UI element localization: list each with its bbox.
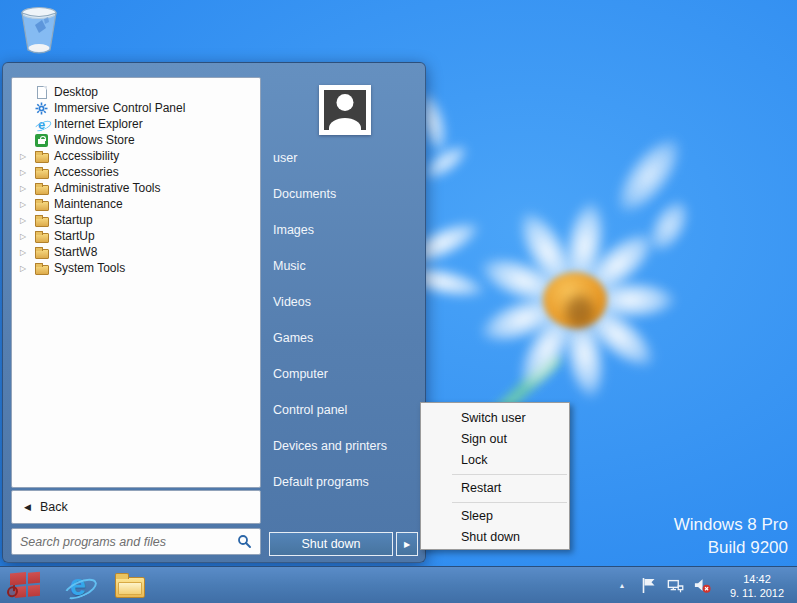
shut-down-button[interactable]: Shut down bbox=[269, 532, 393, 556]
watermark-edition: Windows 8 Pro bbox=[674, 513, 788, 536]
search-input[interactable] bbox=[20, 535, 237, 549]
menu-item-lock[interactable]: Lock bbox=[421, 450, 569, 471]
start-menu-item-startup[interactable]: ▷ Startup bbox=[12, 212, 260, 228]
expand-arrow-icon[interactable]: ▷ bbox=[20, 216, 34, 225]
start-menu-item-accessibility[interactable]: ▷ Accessibility bbox=[12, 148, 260, 164]
start-menu-item-administrative-tools[interactable]: ▷ Administrative Tools bbox=[12, 180, 260, 196]
desktop: Windows 8 Pro Build 9200 Desktop bbox=[0, 0, 797, 603]
start-menu-item-immersive-control-panel[interactable]: Immersive Control Panel bbox=[12, 100, 260, 116]
folder-icon bbox=[34, 213, 49, 227]
power-options-menu: Switch user Sign out Lock Restart Sleep … bbox=[420, 402, 570, 550]
start-menu-link-control-panel[interactable]: Control panel bbox=[273, 400, 347, 420]
start-menu-item-startup2[interactable]: ▷ StartUp bbox=[12, 228, 260, 244]
start-menu-link-music[interactable]: Music bbox=[273, 256, 306, 276]
start-menu-user-name[interactable]: user bbox=[273, 148, 297, 168]
start-menu-link-videos[interactable]: Videos bbox=[273, 292, 311, 312]
menu-separator bbox=[452, 502, 567, 503]
file-explorer-icon bbox=[115, 577, 145, 598]
start-menu: Desktop Immersive bbox=[2, 62, 426, 563]
user-avatar[interactable] bbox=[319, 85, 371, 135]
taskbar: e ▲ bbox=[0, 566, 797, 603]
store-icon bbox=[34, 133, 49, 147]
taskbar-file-explorer-button[interactable] bbox=[106, 567, 154, 603]
expand-arrow-icon[interactable]: ▷ bbox=[20, 232, 34, 241]
start-menu-item-windows-store[interactable]: Windows Store bbox=[12, 132, 260, 148]
back-button[interactable]: ◀ Back bbox=[11, 490, 261, 524]
start-menu-item-maintenance[interactable]: ▷ Maintenance bbox=[12, 196, 260, 212]
internet-explorer-icon: e bbox=[70, 572, 86, 599]
expand-arrow-icon[interactable]: ▷ bbox=[20, 168, 34, 177]
windows-logo-icon bbox=[10, 570, 42, 600]
document-icon bbox=[34, 85, 49, 99]
menu-item-restart[interactable]: Restart bbox=[421, 478, 569, 499]
volume-muted-icon[interactable] bbox=[694, 576, 712, 596]
folder-icon bbox=[34, 197, 49, 211]
folder-icon bbox=[34, 229, 49, 243]
watermark-build: Build 9200 bbox=[674, 536, 788, 559]
search-icon[interactable] bbox=[237, 534, 252, 549]
flower-center-shadow bbox=[566, 296, 594, 328]
ie-icon: e bbox=[34, 117, 49, 131]
recycle-bin-icon[interactable] bbox=[16, 4, 62, 58]
folder-icon bbox=[34, 181, 49, 195]
back-arrow-icon: ◀ bbox=[24, 502, 31, 512]
menu-item-sleep[interactable]: Sleep bbox=[421, 506, 569, 527]
menu-item-sign-out[interactable]: Sign out bbox=[421, 429, 569, 450]
menu-item-shut-down[interactable]: Shut down bbox=[421, 527, 569, 548]
action-center-flag-icon[interactable] bbox=[640, 576, 658, 596]
expand-arrow-icon[interactable]: ▷ bbox=[20, 184, 34, 193]
expand-arrow-icon[interactable]: ▷ bbox=[20, 200, 34, 209]
start-menu-link-documents[interactable]: Documents bbox=[273, 184, 336, 204]
gear-icon bbox=[34, 101, 49, 115]
start-menu-link-computer[interactable]: Computer bbox=[273, 364, 328, 384]
network-icon[interactable] bbox=[667, 576, 685, 596]
folder-icon bbox=[34, 261, 49, 275]
start-menu-link-images[interactable]: Images bbox=[273, 220, 314, 240]
show-hidden-icons-button[interactable]: ▲ bbox=[613, 576, 631, 596]
expand-arrow-icon[interactable]: ▷ bbox=[20, 248, 34, 257]
folder-icon bbox=[34, 149, 49, 163]
shutdown-arrow-icon: ▶ bbox=[404, 540, 410, 549]
programs-panel: Desktop Immersive bbox=[11, 77, 261, 488]
start-menu-item-internet-explorer[interactable]: e Internet Explorer bbox=[12, 116, 260, 132]
start-menu-item-system-tools[interactable]: ▷ System Tools bbox=[12, 260, 260, 276]
folder-icon bbox=[34, 245, 49, 259]
start-menu-link-games[interactable]: Games bbox=[273, 328, 313, 348]
start-menu-item-accessories[interactable]: ▷ Accessories bbox=[12, 164, 260, 180]
shut-down-options-button[interactable]: ▶ bbox=[396, 532, 418, 556]
expand-arrow-icon[interactable]: ▷ bbox=[20, 152, 34, 161]
start-menu-link-default-programs[interactable]: Default programs bbox=[273, 472, 369, 492]
folder-icon bbox=[34, 165, 49, 179]
taskbar-internet-explorer-button[interactable]: e bbox=[54, 567, 102, 603]
start-button[interactable] bbox=[2, 567, 50, 603]
windows-watermark: Windows 8 Pro Build 9200 bbox=[674, 513, 788, 559]
clock-date: 9. 11. 2012 bbox=[725, 586, 789, 600]
clock-time: 14:42 bbox=[725, 572, 789, 586]
taskbar-clock[interactable]: 14:42 9. 11. 2012 bbox=[721, 572, 793, 600]
start-menu-item-startw8[interactable]: ▷ StartW8 bbox=[12, 244, 260, 260]
search-box bbox=[11, 528, 261, 555]
menu-item-switch-user[interactable]: Switch user bbox=[421, 408, 569, 429]
menu-separator bbox=[452, 474, 567, 475]
start-menu-link-devices-printers[interactable]: Devices and printers bbox=[273, 436, 387, 456]
system-tray: ▲ bbox=[613, 567, 793, 603]
expand-arrow-icon[interactable]: ▷ bbox=[20, 264, 34, 273]
start-menu-item-desktop[interactable]: Desktop bbox=[12, 84, 260, 100]
